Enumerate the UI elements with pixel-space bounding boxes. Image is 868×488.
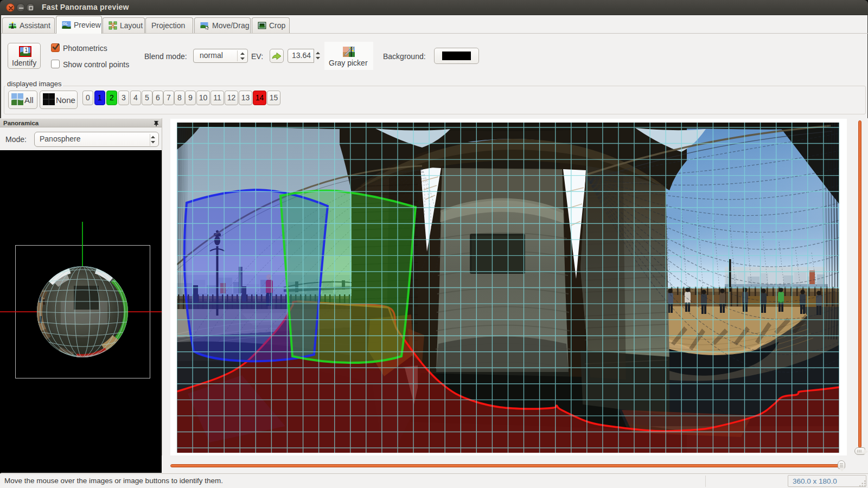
svg-text:1: 1	[25, 47, 28, 53]
svg-text:GL: GL	[63, 22, 68, 25]
